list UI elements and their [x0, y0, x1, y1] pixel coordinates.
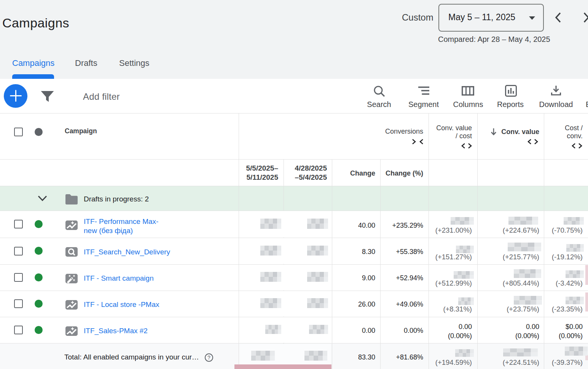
svg-text:?: ?	[207, 355, 210, 361]
